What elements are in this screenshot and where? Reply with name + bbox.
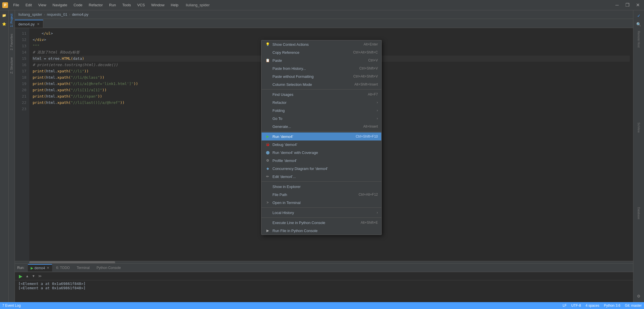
ctx-local-history[interactable]: Local History › bbox=[262, 209, 381, 217]
run-play-button[interactable]: ▶ bbox=[17, 273, 24, 280]
vert-label-structure[interactable]: Z: Structure bbox=[9, 54, 15, 77]
ctx-shortcut-copy-reference: Ctrl+Alt+Shift+C bbox=[353, 50, 378, 54]
status-event-log[interactable]: 7 Event Log bbox=[2, 304, 21, 308]
menu-bar: File Edit View Navigate Code Refactor Ru… bbox=[10, 2, 181, 8]
find-usages-icon bbox=[265, 92, 270, 97]
ctx-shortcut-run-demo4: Ctrl+Shift+F10 bbox=[356, 134, 378, 138]
ctx-label-find-usages: Find Usages bbox=[272, 92, 363, 97]
breadcrumb-folder[interactable]: requests_01 bbox=[47, 12, 67, 17]
refactor-icon bbox=[265, 100, 270, 105]
ctx-show-in-explorer[interactable]: Show in Explorer bbox=[262, 183, 381, 191]
tab-demo4[interactable]: demo4.py ✕ bbox=[15, 20, 43, 28]
menu-run[interactable]: Run bbox=[106, 2, 119, 8]
run-icon: ▶ bbox=[31, 266, 33, 270]
ctx-profile-demo4[interactable]: ⚙ Profile 'demo4' bbox=[262, 157, 381, 165]
sidebar-icon-1[interactable]: 📁 bbox=[0, 11, 8, 19]
close-button[interactable]: ✕ bbox=[634, 1, 642, 9]
right-label-database[interactable]: Database bbox=[637, 205, 641, 222]
tab-bar: demo4.py ✕ bbox=[15, 19, 633, 28]
ctx-shortcut-paste-from-history: Ctrl+Shift+V bbox=[359, 66, 378, 70]
bottom-tab-python-console[interactable]: Python Console bbox=[94, 264, 124, 272]
run-file-python-icon: ▶ bbox=[265, 228, 270, 233]
menu-file[interactable]: File bbox=[10, 2, 22, 8]
ctx-find-usages[interactable]: Find Usages Alt+F7 bbox=[262, 90, 381, 98]
sidebar-icon-2[interactable]: ⭐ bbox=[0, 20, 8, 28]
ctx-show-context-actions[interactable]: 💡 Show Context Actions Alt+Enter bbox=[262, 40, 381, 48]
bottom-tab-terminal[interactable]: Terminal bbox=[74, 264, 93, 272]
ctx-label-folding: Folding bbox=[272, 108, 374, 113]
status-indent[interactable]: 4 spaces bbox=[586, 304, 599, 308]
scroll-down-button[interactable]: ▼ bbox=[30, 273, 37, 279]
right-icon-gear[interactable]: ⚙ bbox=[635, 292, 643, 300]
run-tab-close[interactable]: ✕ bbox=[47, 266, 49, 270]
ctx-run-with-coverage[interactable]: ⬤ Run 'demo4' with Coverage bbox=[262, 148, 381, 157]
menu-help[interactable]: Help bbox=[168, 2, 181, 8]
vert-label-favorites[interactable]: 2: Favorites bbox=[9, 30, 15, 54]
right-sidebar: ✓ 🔍 Remote Host SciView Database ⚙ − bbox=[633, 10, 644, 309]
ctx-paste[interactable]: 📋 Paste Ctrl+V bbox=[262, 56, 381, 64]
horizontal-scrollbar[interactable] bbox=[15, 261, 633, 263]
minimize-button[interactable]: ─ bbox=[613, 1, 621, 9]
status-python-version[interactable]: Python 3.6 bbox=[604, 304, 620, 308]
menu-view[interactable]: View bbox=[35, 2, 49, 8]
ctx-run-file-python[interactable]: ▶ Run File in Python Console bbox=[262, 227, 381, 235]
status-encoding[interactable]: UTF-8 bbox=[571, 304, 581, 308]
tab-close-button[interactable]: ✕ bbox=[37, 22, 40, 26]
ctx-folding[interactable]: Folding › bbox=[262, 106, 381, 114]
ctx-refactor[interactable]: Refactor › bbox=[262, 98, 381, 106]
ctx-label-show-in-explorer: Show in Explorer bbox=[272, 185, 378, 189]
ctx-column-selection-mode[interactable]: Column Selection Mode Alt+Shift+Insert bbox=[262, 80, 381, 88]
ctx-execute-line[interactable]: Execute Line in Python Console Alt+Shift… bbox=[262, 219, 381, 227]
breadcrumb-sep-2: › bbox=[69, 12, 70, 17]
ctx-label-local-history: Local History bbox=[272, 211, 374, 215]
right-label-sciview[interactable]: SciView bbox=[637, 120, 641, 135]
ctx-open-in-terminal[interactable]: > Open in Terminal bbox=[262, 199, 381, 207]
status-git[interactable]: Git: master bbox=[625, 304, 642, 308]
menu-tools[interactable]: Tools bbox=[119, 2, 134, 8]
ctx-label-copy-reference: Copy Reference bbox=[272, 50, 349, 55]
generate-icon bbox=[265, 124, 270, 129]
ctx-sep-2 bbox=[262, 131, 381, 132]
menu-window[interactable]: Window bbox=[148, 2, 167, 8]
right-label-remote-host[interactable]: Remote Host bbox=[637, 29, 641, 50]
file-path-icon bbox=[265, 192, 270, 197]
paste-no-format-icon bbox=[265, 74, 270, 79]
maximize-button[interactable]: ❐ bbox=[623, 1, 631, 9]
run-tab-name: demo4 bbox=[34, 266, 45, 270]
right-icon-checkmark[interactable]: ✓ bbox=[635, 11, 643, 20]
ctx-edit-demo4[interactable]: ✏ Edit 'demo4'... bbox=[262, 173, 381, 181]
status-line-ending[interactable]: LF bbox=[563, 304, 567, 308]
ctx-label-column-selection: Column Selection Mode bbox=[272, 82, 350, 87]
right-icon-search[interactable]: 🔍 bbox=[635, 20, 643, 29]
bottom-tab-todo[interactable]: 6: TODO bbox=[53, 264, 73, 272]
profile-icon: ⚙ bbox=[265, 158, 270, 163]
ctx-file-path[interactable]: File Path Ctrl+Alt+F12 bbox=[262, 191, 381, 199]
vert-label-project[interactable]: 1: Project bbox=[9, 10, 15, 30]
step-forward-button[interactable]: ≫ bbox=[37, 273, 43, 279]
ctx-run-demo4[interactable]: ▶ Run 'demo4' Ctrl+Shift+F10 bbox=[262, 132, 381, 140]
ctx-label-debug-demo4: Debug 'demo4' bbox=[272, 142, 378, 147]
bottom-tab-run[interactable]: ▶ demo4 ✕ bbox=[28, 264, 52, 272]
ctx-copy-reference[interactable]: Copy Reference Ctrl+Alt+Shift+C bbox=[262, 48, 381, 56]
menu-navigate[interactable]: Navigate bbox=[50, 2, 70, 8]
ctx-debug-demo4[interactable]: 🐞 Debug 'demo4' bbox=[262, 140, 381, 148]
breadcrumb-file[interactable]: demo4.py bbox=[72, 12, 88, 17]
ctx-label-file-path: File Path bbox=[272, 193, 354, 197]
go-to-arrow: › bbox=[377, 116, 378, 120]
explorer-icon bbox=[265, 184, 270, 189]
ctx-paste-from-history[interactable]: Paste from History... Ctrl+Shift+V bbox=[262, 64, 381, 72]
ctx-go-to[interactable]: Go To › bbox=[262, 114, 381, 122]
menu-edit[interactable]: Edit bbox=[23, 2, 35, 8]
breadcrumb-sep-1: › bbox=[44, 12, 45, 17]
folding-icon bbox=[265, 108, 270, 113]
scroll-up-button[interactable]: ▲ bbox=[24, 273, 30, 279]
breadcrumb-project[interactable]: liuliang_spider bbox=[18, 12, 42, 17]
menu-code[interactable]: Code bbox=[71, 2, 85, 8]
ctx-concurrency-diagram[interactable]: ◆ Concurrency Diagram for 'demo4' bbox=[262, 165, 381, 173]
go-to-icon bbox=[265, 116, 270, 121]
status-bar: 7 Event Log LF UTF-8 4 spaces Python 3.6… bbox=[0, 302, 644, 309]
menu-refactor[interactable]: Refactor bbox=[86, 2, 106, 8]
menu-vcs[interactable]: VCS bbox=[134, 2, 148, 8]
ctx-generate[interactable]: Generate... Alt+Insert bbox=[262, 122, 381, 130]
ctx-paste-without-formatting[interactable]: Paste without Formatting Ctrl+Alt+Shift+… bbox=[262, 72, 381, 80]
